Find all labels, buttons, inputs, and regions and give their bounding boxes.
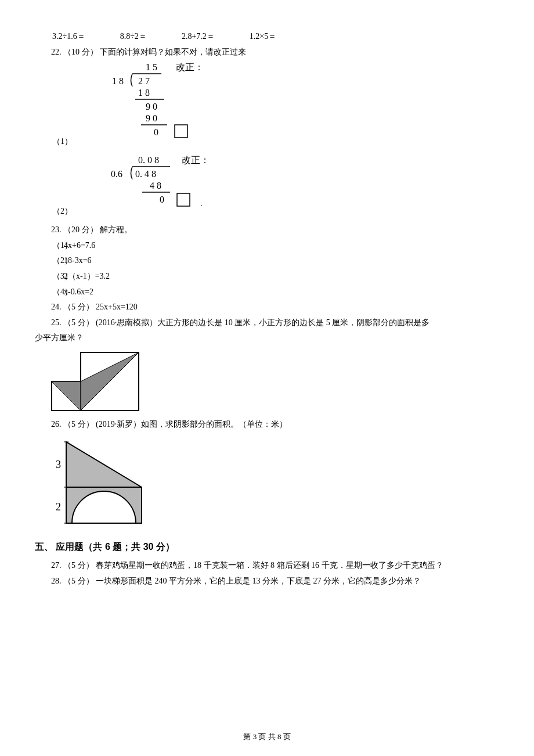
q25-line2: 少平方厘米？ bbox=[35, 330, 499, 346]
q22-fig2-svg: 0. 0 8 0.6 0. 4 8 4 8 0 改正： . bbox=[77, 153, 222, 222]
page-container: 3.2÷1.6＝ 8.8÷2＝ 2.8+7.2＝ 1.2×5＝ 22. （10 … bbox=[0, 0, 534, 756]
fig2-divisor: 0.6 bbox=[111, 169, 122, 179]
fig1-correct-label: 改正： bbox=[176, 62, 204, 72]
q22-sub2-label: （2） bbox=[52, 204, 73, 223]
equation-c: 2.8+7.2＝ bbox=[182, 29, 215, 45]
q24-line: 24. （5 分） 25x+5x=120 bbox=[35, 300, 499, 315]
q22-line: 22. （10 分） 下面的计算对吗？如果不对，请改正过来 bbox=[35, 45, 499, 60]
fig2-correct-label: 改正： bbox=[182, 155, 210, 165]
fig1-divisor: 1 8 bbox=[112, 76, 124, 86]
q23-item1: （1） 4x+6=7.6 bbox=[35, 238, 499, 254]
q27-line: 27. （5 分） 春芽鸡场星期一收的鸡蛋，18 千克装一箱．装好 8 箱后还剩… bbox=[35, 558, 499, 574]
fig1-quotient: 1 5 bbox=[146, 62, 157, 72]
q26-label-top: 3 bbox=[56, 459, 61, 470]
equation-d: 1.2×5＝ bbox=[250, 29, 276, 45]
section5-heading: 五、 应用题（共 6 题；共 30 分） bbox=[35, 538, 499, 556]
fig1-remainder: 0 bbox=[154, 127, 158, 137]
q23-item2: （2） 18-3x=6 bbox=[35, 253, 499, 269]
fig1-step2: 9 0 bbox=[146, 102, 157, 111]
q26-shaded-group bbox=[66, 442, 142, 523]
q26-label-bottom: 2 bbox=[56, 501, 61, 513]
fig2-remainder: 0 bbox=[160, 195, 164, 204]
q22-fig2-wrap: （2） 0. 0 8 0.6 0. 4 8 4 8 0 改正： . bbox=[35, 153, 499, 222]
fig1-checkbox[interactable] bbox=[175, 125, 187, 138]
q22-sub1-label: （1） bbox=[52, 134, 73, 153]
q25-fig-svg bbox=[49, 350, 147, 413]
q26-line: 26. （5 分） (2019·新罗）如图，求阴影部分的面积。（单位：米） bbox=[35, 417, 499, 433]
fig1-step1: 1 8 bbox=[138, 88, 150, 98]
q23-item4-label: （4） bbox=[52, 285, 73, 300]
q25-line1: 25. （5 分） (2016·思南模拟）大正方形的边长是 10 厘米，小正方形… bbox=[35, 315, 499, 331]
q23-item3-label: （3） bbox=[52, 269, 73, 285]
fig2-quotient: 0. 0 8 bbox=[138, 155, 159, 165]
q23-line: 23. （20 分） 解方程。 bbox=[35, 222, 499, 238]
fig2-step1: 4 8 bbox=[150, 181, 161, 190]
fig2-paren-icon bbox=[131, 167, 133, 179]
page-number: 第 3 页 共 8 页 bbox=[0, 730, 534, 744]
shade-2 bbox=[81, 352, 139, 411]
fig2-dividend: 0. 4 8 bbox=[135, 169, 156, 179]
equation-a: 3.2÷1.6＝ bbox=[52, 29, 85, 45]
q22-fig1-wrap: （1） 1 5 1 8 2 7 1 8 9 0 9 0 0 改正： bbox=[35, 60, 499, 153]
q26-fig-svg: 3 2 bbox=[49, 436, 153, 529]
fig2-trail-dot: . bbox=[200, 199, 203, 208]
fig1-step3: 9 0 bbox=[146, 113, 157, 123]
q23-item4: （4） x-0.6x=2 bbox=[35, 285, 499, 300]
q25-fig-wrap bbox=[35, 346, 499, 417]
q26-fig-wrap: 3 2 bbox=[35, 433, 499, 532]
shade-1 bbox=[52, 381, 81, 411]
fig2-checkbox[interactable] bbox=[177, 193, 190, 206]
q28-line: 28. （5 分） 一块梯形面积是 240 平方分米，它的上底是 13 分米，下… bbox=[35, 574, 499, 589]
equation-b: 8.8÷2＝ bbox=[120, 29, 147, 45]
equation-row: 3.2÷1.6＝ 8.8÷2＝ 2.8+7.2＝ 1.2×5＝ bbox=[35, 29, 499, 45]
fig1-dividend: 2 7 bbox=[138, 76, 150, 86]
q23-item3: （3） 2（x-1）=3.2 bbox=[35, 269, 499, 285]
q23-item1-label: （1） bbox=[52, 238, 73, 254]
q23-item2-label: （2） bbox=[52, 253, 73, 269]
q22-fig1-svg: 1 5 1 8 2 7 1 8 9 0 9 0 0 改正： bbox=[77, 60, 211, 153]
fig1-paren-icon bbox=[131, 74, 133, 87]
